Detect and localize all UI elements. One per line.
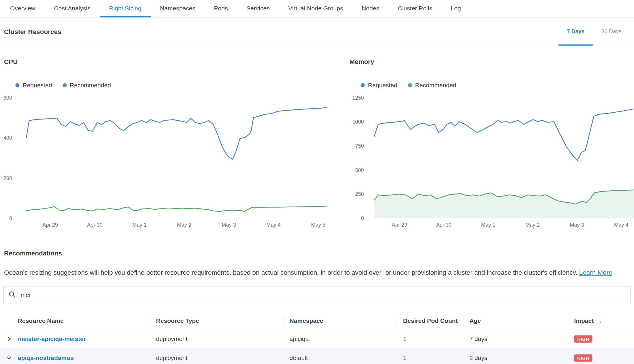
right-sizing-page: OverviewCost AnalysisRight SizingNamespa… <box>0 0 634 364</box>
svg-text:500: 500 <box>355 167 364 173</box>
svg-text:400: 400 <box>4 135 12 141</box>
memory-legend: RequestedRecommended <box>361 81 634 88</box>
charts-row: CPU RequestedRecommended 0200400600Apr 2… <box>0 58 634 232</box>
cpu-chart-title: CPU <box>4 58 18 65</box>
age-cell: 7 days <box>463 335 568 342</box>
svg-text:May 2: May 2 <box>177 222 191 228</box>
cluster-resources-title: Cluster Resources <box>4 28 61 35</box>
svg-text:Apr 29: Apr 29 <box>42 222 58 228</box>
column-header-impact[interactable]: Impact↓ <box>568 312 634 329</box>
legend-label: Requested <box>368 81 397 88</box>
table-row-meister-apiciqa-meister[interactable]: meister-apiciqa-meisterdeploymentapiciqa… <box>0 329 634 348</box>
namespace-cell: apiciqa <box>283 335 397 342</box>
impact-badge: HIGH <box>574 354 592 361</box>
cpu-chart: 0200400600Apr 29Apr 30May 1May 2May 3May… <box>4 94 333 232</box>
tab-log[interactable]: Log <box>441 0 470 17</box>
legend-recommended: Recommended <box>63 81 111 88</box>
tab-right-sizing[interactable]: Right Sizing <box>100 0 151 17</box>
column-header-label: Impact <box>574 317 594 324</box>
recommendations-description: Ocean's resizing suggestions will help y… <box>4 269 630 277</box>
legend-recommended: Recommended <box>408 81 456 88</box>
tab-cost-analysis[interactable]: Cost Analysis <box>45 0 100 17</box>
svg-text:May 2: May 2 <box>525 222 540 228</box>
impact-badge: HIGH <box>574 335 592 342</box>
memory-chart: 025050075010001250Apr 29Apr 30May 1May 2… <box>349 94 634 232</box>
cpu-chart-svg: 0200400600Apr 29Apr 30May 1May 2May 3May… <box>4 94 333 232</box>
chevron-right-icon[interactable] <box>6 336 12 341</box>
svg-text:May 4: May 4 <box>614 222 629 228</box>
tab-cluster-rolls[interactable]: Cluster Rolls <box>388 0 441 17</box>
tab-virtual-node-groups[interactable]: Virtual Node Groups <box>279 0 352 17</box>
memory-chart-svg: 025050075010001250Apr 29Apr 30May 1May 2… <box>349 94 634 232</box>
requested-dot-icon <box>361 83 365 87</box>
svg-text:1250: 1250 <box>352 95 364 101</box>
memory-chart-block: Memory RequestedRecommended 025050075010… <box>349 58 634 232</box>
column-header-label: Age <box>469 317 481 324</box>
tab-nodes[interactable]: Nodes <box>352 0 388 17</box>
legend-label: Recommended <box>70 81 111 88</box>
resource-type-cell: deployment <box>150 354 283 361</box>
memory-chart-title: Memory <box>349 58 374 65</box>
tab-services[interactable]: Services <box>237 0 279 17</box>
namespace-cell: default <box>283 354 397 361</box>
column-header-desired-pod-count[interactable]: Desired Pod Count <box>397 312 463 329</box>
svg-text:May 3: May 3 <box>570 222 584 228</box>
legend-requested: Requested <box>15 81 52 88</box>
sort-descending-icon[interactable]: ↓ <box>599 317 602 324</box>
resource-name-cell: apiqa-nostradamus <box>0 354 150 361</box>
search-box[interactable] <box>3 286 631 303</box>
svg-text:250: 250 <box>355 191 364 197</box>
tab-namespaces[interactable]: Namespaces <box>151 0 205 17</box>
svg-text:750: 750 <box>355 143 364 149</box>
column-header-resource-name[interactable]: Resource Name <box>0 312 150 329</box>
search-input[interactable] <box>20 291 626 299</box>
cpu-legend: RequestedRecommended <box>15 81 333 88</box>
svg-text:May 5: May 5 <box>311 222 325 228</box>
column-header-label: Namespace <box>290 317 323 324</box>
learn-more-link[interactable]: Learn More <box>579 269 612 276</box>
desired-pod-count-cell: 1 <box>397 354 463 361</box>
column-header-age[interactable]: Age <box>463 312 568 329</box>
legend-requested: Requested <box>361 81 397 88</box>
tab-bar: OverviewCost AnalysisRight SizingNamespa… <box>0 0 634 18</box>
table-row-apiqa-nostradamus[interactable]: apiqa-nostradamusdeploymentdefault12 day… <box>0 348 634 364</box>
resource-name-cell: meister-apiciqa-meister <box>0 335 150 342</box>
svg-text:0: 0 <box>361 215 364 221</box>
search-icon <box>8 291 16 298</box>
recommended-dot-icon <box>408 83 412 87</box>
table-body: meister-apiciqa-meisterdeploymentapiciqa… <box>0 329 634 364</box>
memory-chart-title-row: Memory <box>349 58 634 65</box>
tab-overview[interactable]: Overview <box>1 0 45 17</box>
legend-label: Requested <box>23 81 52 88</box>
recommended-dot-icon <box>63 83 67 87</box>
cluster-resources-title-wrap: Cluster Resources <box>4 18 61 46</box>
time-range-toggle: 7 Days30 Days <box>558 18 630 46</box>
svg-text:1000: 1000 <box>352 119 364 125</box>
svg-text:600: 600 <box>4 95 12 101</box>
svg-text:200: 200 <box>4 175 12 181</box>
svg-text:May 4: May 4 <box>266 222 281 228</box>
svg-text:May 1: May 1 <box>481 222 495 228</box>
cluster-resources-header: Cluster Resources 7 Days30 Days <box>0 18 634 46</box>
svg-text:May 3: May 3 <box>222 222 236 228</box>
chevron-down-icon[interactable] <box>6 355 12 360</box>
column-header-resource-type[interactable]: Resource Type <box>150 312 283 329</box>
range-30-days[interactable]: 30 Days <box>593 18 630 46</box>
impact-cell: HIGH <box>568 354 634 361</box>
column-header-label: Resource Type <box>156 317 199 324</box>
resource-name-link[interactable]: apiqa-nostradamus <box>18 354 74 361</box>
svg-text:May 1: May 1 <box>132 222 147 228</box>
table-header: Resource NameResource TypeNamespaceDesir… <box>0 312 634 329</box>
divider <box>380 62 634 62</box>
range-7-days[interactable]: 7 Days <box>558 18 593 46</box>
column-header-namespace[interactable]: Namespace <box>283 312 397 329</box>
resource-name-link[interactable]: meister-apiciqa-meister <box>18 335 86 342</box>
cpu-chart-title-row: CPU <box>4 58 333 65</box>
legend-label: Recommended <box>415 81 456 88</box>
impact-cell: HIGH <box>568 335 634 342</box>
desired-pod-count-cell: 1 <box>397 335 463 342</box>
tab-pods[interactable]: Pods <box>205 0 237 17</box>
recommendations-description-text: Ocean's resizing suggestions will help y… <box>4 269 577 276</box>
recommendations-title: Recommendations <box>4 250 634 257</box>
svg-text:0: 0 <box>9 215 12 221</box>
